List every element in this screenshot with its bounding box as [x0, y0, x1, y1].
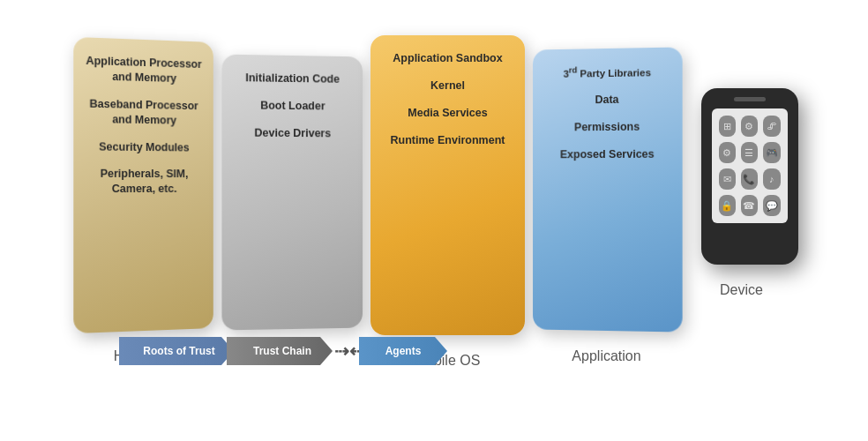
agents-label: Agents — [385, 345, 422, 357]
hardware-item-1: Application Processor and Memory — [84, 54, 203, 87]
hardware-item-4: Peripherals, SIM, Camera, etc. — [84, 167, 203, 197]
firmware-item-3: Device Drivers — [254, 125, 331, 141]
application-item-4: Exposed Services — [559, 147, 654, 162]
app-icon-9: ♪ — [763, 168, 780, 190]
app-icon-6: 🎮 — [763, 142, 780, 163]
mobileos-item-1: Application Sandbox — [393, 51, 502, 66]
trust-chain-label: Trust Chain — [253, 345, 311, 357]
roots-of-trust-label: Roots of Trust — [143, 345, 214, 357]
app-icon-3: 🖇 — [763, 116, 780, 137]
app-icon-5: ☰ — [741, 142, 758, 163]
app-icon-10: 🔒 — [719, 195, 736, 216]
agents-arrow: Agents — [359, 337, 447, 365]
hardware-card-wrapper: Application Processor and Memory Baseban… — [71, 40, 219, 331]
app-icon-7: ✉ — [719, 168, 736, 190]
cards-wrapper: Application Processor and Memory Baseban… — [71, 35, 798, 370]
mobileos-card: Application Sandbox Kernel Media Service… — [370, 35, 525, 335]
firmware-card-wrapper: Initialization Code Boot Loader Device D… — [219, 56, 367, 329]
mobileos-item-3: Media Services — [408, 106, 487, 121]
roots-of-trust-arrow: Roots of Trust — [119, 337, 234, 365]
app-icon-1: ⊞ — [719, 116, 736, 137]
phone-speaker — [734, 97, 766, 101]
diagram-container: Application Processor and Memory Baseban… — [0, 0, 868, 441]
mobileos-card-wrapper: Application Sandbox Kernel Media Service… — [367, 35, 528, 335]
hardware-item-3: Security Modules — [99, 139, 190, 155]
app-icon-8: 📞 — [741, 168, 758, 190]
hardware-item-2: Baseband Processor and Memory — [84, 96, 203, 128]
app-icon-12: 💬 — [763, 195, 780, 216]
arrow-row: Roots of Trust Trust Chain ⇢⇠ Agents — [119, 336, 665, 366]
application-item-3: Permissions — [574, 120, 640, 135]
application-item-2: Data — [595, 93, 618, 108]
firmware-item-2: Boot Loader — [260, 98, 325, 114]
mobileos-item-2: Kernel — [430, 78, 465, 93]
mobileos-item-4: Runtime Environment — [390, 133, 505, 148]
firmware-card: Initialization Code Boot Loader Device D… — [221, 54, 363, 330]
device-label: Device — [720, 282, 763, 298]
app-icon-4: ⚙ — [719, 142, 736, 163]
app-icon-2: ⚙ — [741, 116, 758, 137]
hardware-card: Application Processor and Memory Baseban… — [73, 37, 213, 333]
trust-chain-arrow: Trust Chain — [227, 337, 333, 365]
application-card: 3rd Party Libraries Data Permissions Exp… — [533, 47, 683, 332]
application-item-1: 3rd Party Libraries — [563, 64, 650, 81]
phone-screen: ⊞ ⚙ 🖇 ⚙ ☰ 🎮 ✉ 📞 ♪ 🔒 ☎ 💬 — [712, 108, 788, 223]
firmware-item-1: Initialization Code — [245, 71, 340, 86]
application-card-wrapper: 3rd Party Libraries Data Permissions Exp… — [528, 49, 685, 331]
app-icon-11: ☎ — [741, 195, 758, 216]
device-phone: ⊞ ⚙ 🖇 ⚙ ☰ 🎮 ✉ 📞 ♪ 🔒 ☎ 💬 — [701, 88, 798, 265]
